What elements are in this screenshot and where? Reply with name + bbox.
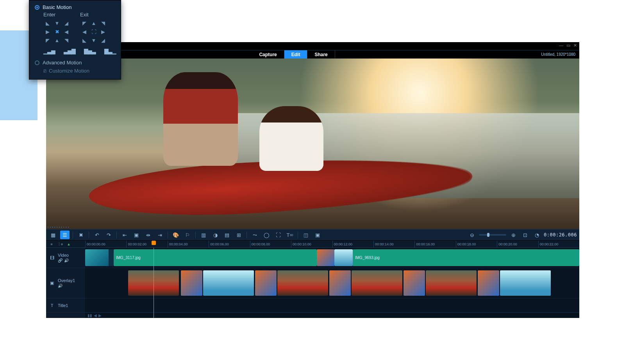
enter-dir-s[interactable]: ▲	[53, 36, 61, 44]
tab-capture[interactable]: Capture	[252, 50, 284, 59]
ruler-tick: 00:00:14.00	[373, 241, 414, 247]
overlay-transition[interactable]	[478, 270, 499, 296]
basic-motion-row[interactable]: Basic Motion	[35, 4, 115, 10]
chapter-button[interactable]: ▥	[199, 231, 208, 239]
maximize-icon[interactable]: ▭	[566, 43, 570, 48]
grid-button[interactable]: ⊞	[234, 231, 243, 239]
overlay-transition[interactable]	[404, 270, 425, 296]
exit-dir-sw[interactable]: ◣	[80, 36, 89, 44]
overlay-track-header[interactable]: ▣ Overlay1 🔊	[46, 268, 85, 298]
scroll-right-icon[interactable]: ▶	[98, 313, 102, 318]
marker-button[interactable]: ⚐	[183, 231, 192, 239]
enter-column: Enter ◣ ▼ ◢ ▶ ✖ ◀ ◤ ▲ ◥	[43, 12, 71, 44]
mark-clip-button[interactable]: ▣	[132, 231, 141, 239]
enter-dir-nw[interactable]: ◣	[43, 19, 52, 27]
close-icon[interactable]: ✕	[573, 43, 577, 48]
timecode-display[interactable]: 0:00:26.006	[544, 232, 577, 238]
resize-dots-icon[interactable]: • • • • • • • • • •	[48, 226, 69, 228]
overlay-transition[interactable]	[329, 270, 351, 296]
zoom-out-button[interactable]: ⊖	[467, 231, 477, 239]
pattern-step-icon[interactable]: ▇▃▁	[104, 48, 116, 54]
video-track-label: Video	[58, 253, 83, 257]
tools-button[interactable]: ✖	[76, 231, 86, 239]
advanced-motion-row[interactable]: Advanced Motion	[35, 60, 115, 66]
video-track-subicons: 🔗🔊	[58, 258, 83, 263]
exit-dir-e[interactable]: ▶	[99, 28, 107, 36]
motion-track-button[interactable]: ⤳	[250, 231, 259, 239]
exit-dir-center[interactable]: ⛶	[89, 28, 98, 36]
title-track[interactable]	[85, 298, 579, 313]
overlay-clip[interactable]	[277, 270, 328, 296]
video-clip-thumb-2[interactable]	[334, 249, 353, 266]
minimize-icon[interactable]: —	[559, 43, 563, 48]
mark-in-button[interactable]: ⇤	[120, 231, 129, 239]
exit-dir-ne[interactable]: ◥	[99, 19, 107, 27]
video-track[interactable]: IMG_3117.jpg IMG_9693.jpg	[85, 248, 579, 268]
enter-direction-grid: ◣ ▼ ◢ ▶ ✖ ◀ ◤ ▲ ◥	[43, 19, 71, 44]
exit-dir-nw[interactable]: ◤	[80, 19, 89, 27]
exit-dir-se[interactable]: ◢	[99, 36, 107, 44]
pattern-fall-icon[interactable]: ▇▅▃	[84, 48, 96, 54]
overlay-button[interactable]: ◑	[211, 231, 220, 239]
advanced-motion-label: Advanced Motion	[43, 60, 82, 66]
video-clip-2[interactable]: IMG_9693.jpg	[353, 249, 579, 266]
title-track-header[interactable]: T Title1	[46, 298, 85, 313]
zoom-slider[interactable]	[479, 234, 506, 236]
overlay-clip[interactable]	[203, 270, 254, 296]
overlay-track-subicons: 🔊	[58, 284, 83, 288]
fit-button[interactable]: ⊡	[520, 231, 530, 239]
zoom-in-button[interactable]: ⊕	[509, 231, 518, 239]
time-ruler[interactable]: 00:00:00.00 00:00:02.00 00:00:04.00 00:0…	[85, 241, 579, 247]
preview-monitor[interactable]: • • • • • • • • • •	[46, 59, 579, 229]
overlay-clip[interactable]	[500, 270, 551, 296]
exit-dir-n[interactable]: ▲	[89, 19, 98, 27]
video-clip-1[interactable]: IMG_3117.jpg	[114, 249, 317, 266]
storyboard-view-button[interactable]: ▦	[48, 231, 58, 239]
enter-dir-center[interactable]: ✖	[53, 28, 61, 36]
fx-button[interactable]: ◫	[301, 231, 311, 239]
exit-dir-w[interactable]: ◀	[80, 28, 89, 36]
mark-out-button[interactable]: ⇥	[155, 231, 164, 239]
overlay-clip[interactable]	[426, 270, 477, 296]
loop-button[interactable]: ◯	[262, 231, 271, 239]
exit-dir-s[interactable]: ▼	[89, 36, 98, 44]
overlay-clip[interactable]	[128, 270, 179, 296]
tab-edit[interactable]: Edit	[284, 50, 308, 59]
crop-button[interactable]: ⛶	[273, 231, 283, 239]
video-clip-thumb[interactable]	[85, 249, 114, 266]
track-list-button[interactable]: ≡	[48, 241, 55, 247]
enter-dir-e[interactable]: ◀	[62, 28, 71, 36]
record-button[interactable]: ▣	[313, 231, 322, 239]
scroll-left-icon[interactable]: ◀	[94, 313, 97, 318]
enter-dir-w[interactable]: ▶	[43, 28, 52, 36]
redo-button[interactable]: ↷	[104, 231, 113, 239]
overlay-track[interactable]	[85, 268, 579, 298]
enter-dir-ne[interactable]: ◢	[62, 19, 71, 27]
basic-motion-radio[interactable]	[35, 5, 39, 10]
scroll-seg-icon[interactable]: ▮▮	[88, 313, 92, 318]
timeline-scrollbar[interactable]: ▮▮ ◀ ▶	[85, 313, 579, 318]
enter-dir-n[interactable]: ▼	[53, 19, 61, 27]
transition-clip[interactable]	[317, 249, 334, 266]
pattern-rise-icon[interactable]: ▁▃▅	[43, 48, 55, 54]
subtitle-button[interactable]: ▤	[222, 231, 232, 239]
color-button[interactable]: 🎨	[171, 231, 180, 239]
clock-icon[interactable]: ◔	[532, 231, 541, 239]
customize-motion-button[interactable]: ⎚ Customize Motion	[43, 68, 115, 74]
tab-share[interactable]: Share	[307, 50, 335, 59]
timeline-view-button[interactable]: ☰	[60, 231, 70, 239]
overlay-transition[interactable]	[181, 270, 202, 296]
enter-dir-se[interactable]: ◥	[62, 36, 71, 44]
pattern-bars-icon[interactable]: ▃▅▇	[64, 48, 75, 54]
overlay-transition[interactable]	[255, 270, 277, 296]
3d-title-button[interactable]: T3D	[285, 231, 295, 239]
overlay-clip[interactable]	[352, 270, 402, 296]
advanced-motion-radio[interactable]	[35, 60, 39, 65]
undo-button[interactable]: ↶	[92, 231, 102, 239]
track-options-button[interactable]: ⋮≡	[57, 241, 63, 247]
split-button[interactable]: ⇹	[143, 231, 153, 239]
enter-dir-sw[interactable]: ◤	[43, 36, 52, 44]
collapse-tracks-button[interactable]: ▲	[66, 241, 72, 247]
video-track-header[interactable]: 🎞 Video 🔗🔊	[46, 248, 85, 268]
ruler-tick: 00:00:16.00	[414, 241, 455, 247]
